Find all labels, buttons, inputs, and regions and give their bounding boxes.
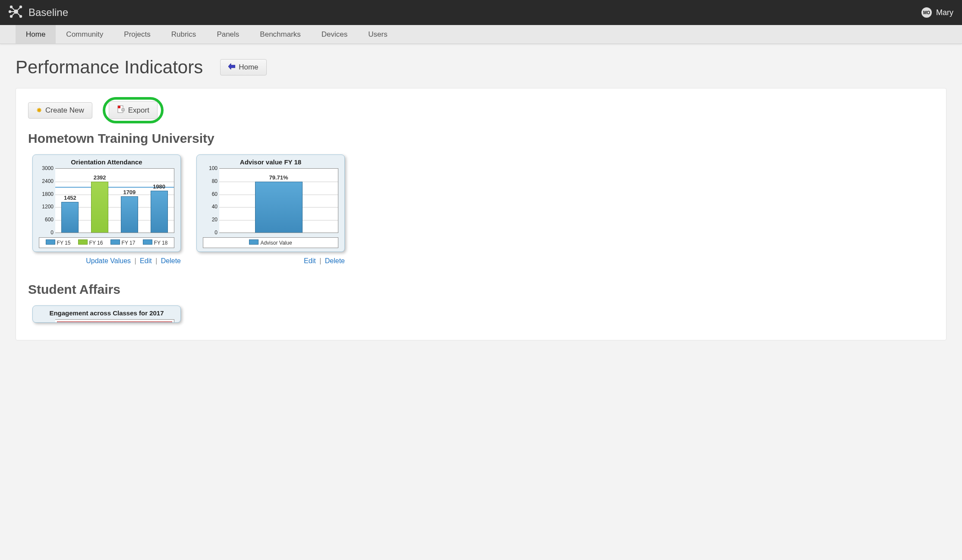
- bar-fy16: 2392: [91, 182, 108, 233]
- y-tick: 1200: [36, 204, 54, 210]
- y-tick: 40: [200, 204, 218, 210]
- nav-users[interactable]: Users: [358, 25, 397, 44]
- y-tick: 0: [36, 230, 54, 236]
- nav-devices[interactable]: Devices: [311, 25, 358, 44]
- legend-item: Advisor Value: [260, 240, 292, 246]
- chart-title: Advisor value FY 18: [200, 158, 341, 166]
- svg-rect-12: [122, 109, 124, 111]
- new-icon: ✸: [36, 106, 42, 114]
- y-axis-ticks: 3000 2400 1800 1200 600 0: [36, 165, 54, 236]
- create-new-label: Create New: [45, 106, 84, 115]
- nav-label: Panels: [217, 30, 239, 39]
- brand[interactable]: Baseline: [9, 4, 68, 21]
- bar-value: 1980: [153, 183, 165, 190]
- y-tick: 1800: [36, 191, 54, 197]
- chart-legend: FY 15 FY 16 FY 17 FY 18: [39, 237, 174, 248]
- card-engagement-classes: Engagement across Classes for 2017: [32, 305, 181, 323]
- main-nav: Home Community Projects Rubrics Panels B…: [0, 25, 962, 44]
- delete-link[interactable]: Delete: [325, 257, 345, 264]
- chart-plot-area: 3000 2400 1800 1200 600 0: [55, 168, 174, 233]
- nav-label: Rubrics: [171, 30, 196, 39]
- y-axis-ticks: 100 80 60 40 20 0: [200, 165, 218, 236]
- svg-line-9: [16, 12, 21, 16]
- nav-label: Users: [368, 30, 387, 39]
- y-tick: 20: [200, 217, 218, 223]
- edit-link[interactable]: Edit: [140, 257, 152, 264]
- nav-label: Benchmarks: [260, 30, 300, 39]
- export-highlight-annotation: Export: [103, 97, 164, 123]
- y-tick: 600: [36, 217, 54, 223]
- topbar: Baseline MO Mary: [0, 0, 962, 25]
- main-panel: ✸ Create New Export Hometown Training Un…: [16, 88, 946, 340]
- bar-fy15: 1452: [61, 202, 79, 233]
- nav-panels[interactable]: Panels: [206, 25, 249, 44]
- chart-legend: Advisor Value: [203, 237, 338, 248]
- nav-rubrics[interactable]: Rubrics: [161, 25, 207, 44]
- chart-plot-area: 100 80 60 40 20 0 79.71%: [219, 168, 338, 233]
- y-tick: 2400: [36, 178, 54, 184]
- create-new-button[interactable]: ✸ Create New: [28, 102, 92, 119]
- page-title: Performance Indicators: [16, 57, 203, 78]
- card-actions: Edit | Delete: [196, 257, 345, 265]
- section-student-affairs-title: Student Affairs: [28, 282, 934, 297]
- nav-benchmarks[interactable]: Benchmarks: [249, 25, 311, 44]
- bar-fy17: 1709: [121, 196, 138, 233]
- network-icon: [9, 4, 23, 21]
- nav-label: Community: [66, 30, 103, 39]
- bar-advisor-value: 79.71%: [255, 182, 303, 233]
- card-orientation-attendance: Orientation Attendance 3000 2400 1800 12…: [32, 154, 181, 252]
- chart-title: Orientation Attendance: [36, 158, 177, 166]
- bar-value: 1452: [64, 195, 76, 201]
- y-tick: 80: [200, 178, 218, 184]
- export-button[interactable]: Export: [109, 101, 158, 119]
- svg-line-8: [11, 12, 16, 16]
- card-actions: Update Values | Edit | Delete: [32, 257, 181, 265]
- arrow-left-icon: [228, 63, 235, 72]
- y-tick: 100: [200, 165, 218, 171]
- legend-item: FY 15: [57, 240, 71, 246]
- nav-label: Projects: [124, 30, 150, 39]
- app-name: Baseline: [28, 6, 68, 19]
- y-tick: 3000: [36, 165, 54, 171]
- bar-partial: [57, 321, 172, 323]
- user-name: Mary: [936, 8, 953, 17]
- pdf-icon: [117, 105, 125, 115]
- bar-value: 79.71%: [269, 174, 288, 181]
- export-label: Export: [128, 106, 149, 115]
- user-initials-badge: MO: [921, 7, 932, 18]
- edit-link[interactable]: Edit: [304, 257, 316, 264]
- delete-link[interactable]: Delete: [161, 257, 181, 264]
- nav-label: Home: [26, 30, 45, 39]
- bar-fy18: 1980: [151, 191, 168, 233]
- bar-value: 1709: [123, 189, 136, 195]
- nav-label: Devices: [322, 30, 347, 39]
- update-values-link[interactable]: Update Values: [86, 257, 131, 264]
- card-advisor-value: Advisor value FY 18 100 80 60 40 20 0: [196, 154, 345, 252]
- legend-item: FY 18: [154, 240, 168, 246]
- y-tick: 0: [200, 230, 218, 236]
- svg-line-6: [11, 7, 16, 12]
- legend-item: FY 17: [122, 240, 136, 246]
- nav-home[interactable]: Home: [16, 25, 56, 44]
- legend-item: FY 16: [89, 240, 103, 246]
- svg-line-7: [16, 7, 21, 12]
- home-button[interactable]: Home: [220, 59, 266, 76]
- home-button-label: Home: [239, 63, 258, 72]
- bar-value: 2392: [94, 174, 106, 181]
- chart-title: Engagement across Classes for 2017: [36, 309, 177, 317]
- nav-projects[interactable]: Projects: [114, 25, 161, 44]
- user-menu[interactable]: MO Mary: [921, 7, 953, 18]
- nav-community[interactable]: Community: [56, 25, 114, 44]
- section-hometown-title: Hometown Training University: [28, 131, 934, 146]
- y-tick: 60: [200, 191, 218, 197]
